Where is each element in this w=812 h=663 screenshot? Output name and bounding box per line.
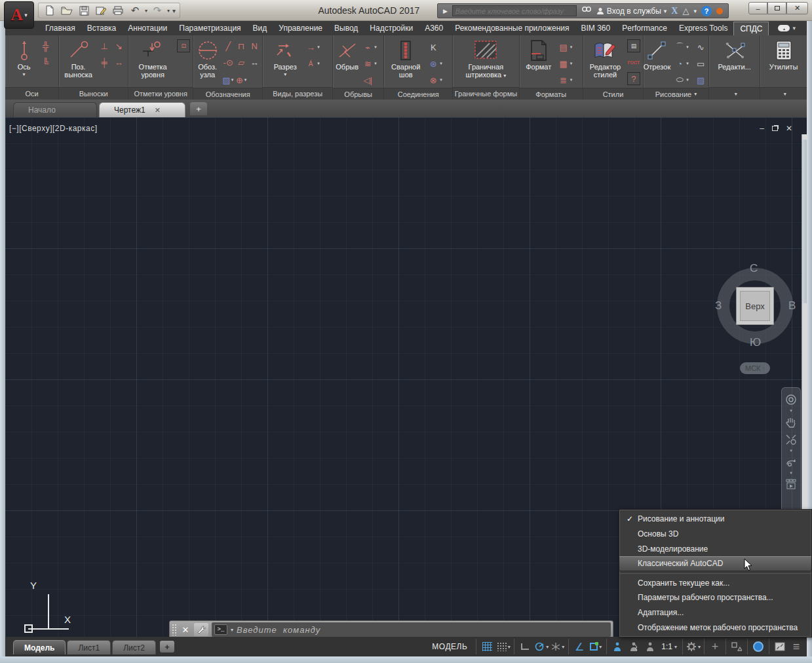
open-file-button[interactable] [60, 4, 74, 17]
axis-button[interactable]: Ось ▾ [12, 38, 37, 77]
command-input-field[interactable]: >_ ▾ [212, 622, 611, 637]
spline-icon[interactable]: ∿ [694, 41, 707, 54]
command-prompt-icon[interactable]: >_ [214, 624, 227, 635]
boundary-hatch-button[interactable]: Граничная штриховка ▾ [457, 38, 514, 80]
circle-icon[interactable]: ◔ [673, 57, 686, 70]
region-hatch-icon[interactable]: ▨ [694, 73, 707, 86]
redo-dropdown[interactable]: ▾ [167, 8, 170, 14]
annotation-visibility-button[interactable] [610, 639, 625, 654]
span-icon[interactable]: ↔ [248, 56, 261, 69]
search-input[interactable] [452, 5, 577, 16]
panel-label-otmetki[interactable]: Отметки уровня [128, 87, 193, 100]
menu-item-drafting-annotation[interactable]: ✓ Рисование и аннотации [619, 512, 811, 527]
width-leader-icon[interactable]: ↔ [112, 56, 125, 69]
axis-mark-icon[interactable]: -⊙ [222, 56, 235, 69]
tab-vid[interactable]: Вид [247, 22, 273, 35]
tab-nadstroyki[interactable]: Надстройки [364, 22, 419, 35]
spec-list-icon[interactable]: ≣ [557, 73, 570, 86]
help-button[interactable]: ? [701, 6, 712, 16]
grid-display-button[interactable] [480, 639, 494, 654]
ellipse-icon[interactable]: ⬭ [673, 73, 686, 86]
drawing-restore-button[interactable] [772, 126, 778, 131]
axis-arc-icon[interactable]: ╚ [39, 56, 52, 69]
tab-a360[interactable]: А360 [419, 22, 449, 35]
ribbon-collapse-button[interactable]: ▴▾ [778, 25, 796, 31]
menu-item-3d-basics[interactable]: Основы 3D [619, 527, 811, 542]
slope-icon[interactable]: ╱ [222, 39, 235, 52]
annotation-scale-person-icon[interactable] [643, 639, 657, 654]
linear-break-icon[interactable]: ⌁ [361, 41, 374, 54]
object-snap-button[interactable]: ▾ [589, 639, 603, 654]
graphics-performance-button[interactable] [751, 639, 765, 654]
orbit-dropdown[interactable]: ▾ [790, 472, 792, 474]
undo-button[interactable]: ↶ [128, 4, 142, 17]
layout-tab-list1[interactable]: Лист1 [67, 640, 111, 654]
weld-point-icon[interactable]: ⊗ [427, 73, 440, 86]
annotation-monitor-button[interactable]: + [708, 639, 722, 654]
command-line-grip[interactable] [172, 624, 177, 635]
panel-label-granichnye[interactable]: Граничные формы [453, 87, 518, 100]
save-button[interactable] [77, 4, 91, 17]
view-cube-south[interactable]: Ю [750, 336, 761, 349]
menu-item-display-workspace-labels[interactable]: Отображение меток рабочего пространства [619, 620, 811, 635]
undo-dropdown[interactable]: ▾ [145, 8, 147, 14]
chain-leader-icon[interactable]: ╪ [98, 56, 111, 69]
tab-bim360[interactable]: BIM 360 [575, 22, 617, 35]
level-leader-icon[interactable]: ⊥ [98, 39, 111, 52]
close-button[interactable]: ✕ [786, 2, 808, 14]
section-box-icon[interactable]: ▱ [235, 56, 248, 69]
maximize-button[interactable] [767, 2, 786, 14]
isodraft-button[interactable]: ▾ [551, 639, 565, 654]
a360-icon[interactable]: △ [682, 6, 689, 16]
menu-item-3d-modeling[interactable]: 3D-моделирование [619, 541, 811, 556]
position-leader-button[interactable]: Поз. выноска [62, 38, 95, 79]
plot-button[interactable] [111, 4, 125, 17]
panel-label-formaty[interactable]: Форматы [520, 88, 583, 100]
tab-express-tools[interactable]: Express Tools [673, 22, 733, 35]
recent-commands-dropdown[interactable]: ▾ [231, 627, 233, 633]
polar-tracking-button[interactable]: ▾ [534, 639, 549, 654]
tab-parametrizaciya[interactable]: Параметризация [173, 22, 246, 35]
isolate-objects-button[interactable] [729, 639, 744, 654]
ortho-mode-button[interactable] [518, 639, 532, 654]
tab-vstavka[interactable]: Вставка [81, 22, 123, 35]
drawing-minimize-button[interactable]: – [760, 124, 764, 133]
drawing-close-button[interactable]: ✕ [786, 124, 792, 133]
panel-label-vidy[interactable]: Виды, разрезы [263, 87, 332, 100]
curve-break-icon[interactable]: ≋ [361, 57, 374, 70]
help-style-icon[interactable]: ? [627, 72, 640, 85]
panel-label-osi[interactable]: Оси [5, 87, 58, 100]
annotation-scale-button[interactable]: 1:1▾ [659, 639, 679, 654]
new-layout-button[interactable]: + [160, 641, 174, 653]
menu-item-workspace-settings[interactable]: Параметры рабочего пространства... [619, 590, 811, 605]
view-arrow-icon[interactable]: → [304, 41, 317, 54]
utilities-button[interactable]: Утилиты [764, 38, 804, 71]
object-snap-tracking-button[interactable]: ∠ [572, 639, 587, 654]
arrow-leader-icon[interactable]: ↘ [112, 39, 125, 52]
view-cube-top-face[interactable]: Верх [736, 287, 774, 325]
annotation-autoscale-button[interactable] [627, 639, 641, 654]
bolt-icon[interactable]: ⊛ [427, 57, 440, 70]
tab-recommended-apps[interactable]: Рекомендованные приложения [449, 22, 575, 35]
wheel-dropdown[interactable]: ▾ [790, 409, 792, 412]
exchange-apps-icon[interactable]: X [671, 6, 678, 16]
bracket-icon[interactable]: ⊓ [235, 39, 248, 52]
weld-seam-button[interactable]: Сварной шов [387, 38, 424, 79]
panel-label-risovanie[interactable]: Рисование▾ [644, 88, 708, 100]
panel-label-stili[interactable]: Стили [583, 88, 643, 100]
view-cube-west[interactable]: З [715, 299, 722, 313]
style-editor-button[interactable]: Редактор стилей [586, 38, 625, 79]
clean-screen-button[interactable] [773, 639, 787, 654]
view-cube-east[interactable]: В [788, 299, 796, 313]
save-as-button[interactable] [94, 4, 108, 17]
menu-item-customize[interactable]: Адаптация... [619, 605, 811, 620]
sign-in-button[interactable]: Вход в службы ▾ [596, 7, 667, 16]
panel-label-redaktirovat[interactable]: ▾ [709, 87, 760, 100]
weld-k-icon[interactable]: K [427, 41, 440, 54]
arc-icon[interactable]: ⌒ [673, 41, 686, 54]
target-icon[interactable]: ⊕ [235, 73, 244, 86]
line-segment-button[interactable]: Отрезок [644, 38, 670, 71]
redo-button[interactable]: ↷ [150, 4, 164, 17]
new-file-button[interactable] [43, 4, 57, 17]
infocenter-expand-icon[interactable]: ▶ [443, 8, 448, 14]
